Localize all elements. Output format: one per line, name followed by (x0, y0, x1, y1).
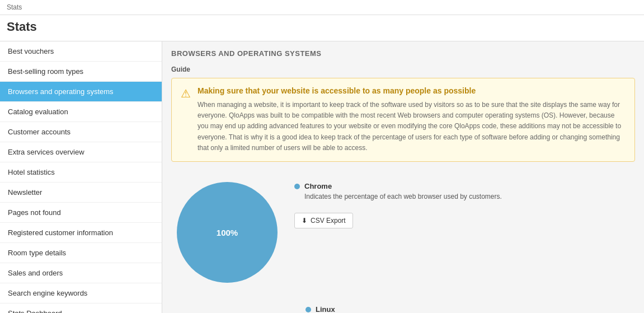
sidebar-item[interactable]: Registered customer information (0, 223, 162, 243)
chrome-desc: Indicates the percentage of each web bro… (304, 191, 502, 202)
guide-text: When managing a website, it is important… (198, 100, 626, 153)
sidebar-item[interactable]: Newsletter (0, 183, 162, 203)
pie-chart: 100% (171, 176, 283, 288)
section-title: BROWSERS AND OPERATING SYSTEMS (162, 41, 644, 63)
sidebar-item[interactable]: Search engine keywords (0, 283, 162, 303)
chrome-label: Chrome (304, 182, 502, 190)
guide-heading: Making sure that your website is accessi… (198, 86, 626, 95)
csv-export-button[interactable]: ⬇ CSV Export (294, 213, 353, 228)
pie-percent-label: 100% (217, 227, 238, 237)
linux-label: Linux (316, 305, 526, 313)
download-icon: ⬇ (302, 217, 307, 225)
sidebar-item[interactable]: Sales and orders (0, 263, 162, 283)
browser-legend: Chrome Indicates the percentage of each … (294, 176, 635, 228)
breadcrumb: Stats (0, 0, 644, 15)
csv-button-label: CSV Export (311, 217, 346, 225)
guide-box: ⚠ Making sure that your website is acces… (171, 78, 635, 162)
main-content: BROWSERS AND OPERATING SYSTEMS Guide ⚠ M… (162, 41, 644, 313)
sidebar-item[interactable]: Extra services overview (0, 142, 162, 162)
linux-dot (305, 307, 311, 312)
sidebar-item[interactable]: Catalog evaluation (0, 102, 162, 122)
os-legend-area: Linux Indicates the percentage of each o… (162, 294, 644, 313)
sidebar-item[interactable]: Best-selling room types (0, 62, 162, 82)
sidebar-item[interactable]: Best vouchers (0, 41, 162, 62)
sidebar-item[interactable]: Customer accounts (0, 122, 162, 142)
sidebar-item[interactable]: Browsers and operating systems (0, 82, 162, 102)
chrome-legend-item: Chrome Indicates the percentage of each … (294, 182, 635, 202)
linux-legend-item: Linux Indicates the percentage of each o… (305, 300, 526, 313)
browser-chart-area: 100% Chrome Indicates the percentage of … (162, 171, 644, 294)
sidebar-item[interactable]: Stats Dashboard (0, 303, 162, 313)
sidebar-item[interactable]: Hotel statistics (0, 162, 162, 183)
page-title: Stats (0, 15, 644, 41)
sidebar: Best vouchersBest-selling room typesBrow… (0, 41, 162, 313)
sidebar-item[interactable]: Pages not found (0, 203, 162, 223)
warning-icon: ⚠ (181, 87, 191, 153)
sidebar-item[interactable]: Room type details (0, 243, 162, 263)
chrome-dot (294, 184, 300, 189)
guide-label: Guide (162, 63, 644, 78)
